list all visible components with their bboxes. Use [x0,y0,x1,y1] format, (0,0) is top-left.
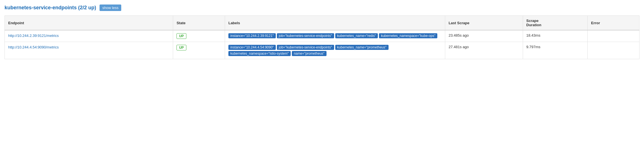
col-header-labels: Labels [225,16,445,30]
state-badge: UP [177,33,186,39]
page-title: kubernetes-service-endpoints (2/2 up) [5,5,96,11]
endpoint-link[interactable]: http://10.244.4.54:9090/metrics [8,45,59,49]
label-tag: instance="10.244.4.54:9090" [228,45,276,50]
state-cell: UP [173,42,225,59]
labels-container: instance="10.244.2.39:9121"job="kubernet… [228,33,442,38]
label-tag: kubernetes_namespace="istio-system" [228,51,291,56]
endpoint-link[interactable]: http://10.244.2.39:9121/metrics [8,34,59,38]
page-header: kubernetes-service-endpoints (2/2 up) sh… [5,5,639,11]
col-header-error: Error [588,16,639,30]
labels-cell: instance="10.244.2.39:9121"job="kubernet… [225,30,445,42]
label-tag: instance="10.244.2.39:9121" [228,33,276,38]
table-row: http://10.244.4.54:9090/metricsUPinstanc… [5,42,639,59]
labels-container: instance="10.244.4.54:9090"job="kubernet… [228,45,442,56]
label-tag: name="prometheus" [292,51,327,56]
endpoint-cell: http://10.244.4.54:9090/metrics [5,42,173,59]
label-tag: kubernetes_name="redis" [335,33,378,38]
table-row: http://10.244.2.39:9121/metricsUPinstanc… [5,30,639,42]
state-badge: UP [177,45,186,50]
endpoints-table: Endpoint State Labels Last Scrape Scrape… [5,15,639,59]
error-cell [588,30,639,42]
scrape-duration-cell: 9.797ms [523,42,588,59]
scrape-duration-cell: 18.43ms [523,30,588,42]
state-cell: UP [173,30,225,42]
col-header-scrape-duration: ScrapeDuration [523,16,588,30]
show-less-button[interactable]: show less [100,5,121,11]
last-scrape-cell: 23.485s ago [445,30,523,42]
labels-cell: instance="10.244.4.54:9090"job="kubernet… [225,42,445,59]
label-tag: kubernetes_namespace="kube-ops" [379,33,437,38]
label-tag: kubernetes_name="prometheus" [335,45,389,50]
col-header-endpoint: Endpoint [5,16,173,30]
endpoint-cell: http://10.244.2.39:9121/metrics [5,30,173,42]
error-cell [588,42,639,59]
col-header-state: State [173,16,225,30]
label-tag: job="kubernetes-service-endpoints" [277,45,334,50]
label-tag: job="kubernetes-service-endpoints" [277,33,334,38]
col-header-last-scrape: Last Scrape [445,16,523,30]
last-scrape-cell: 27.481s ago [445,42,523,59]
table-header-row: Endpoint State Labels Last Scrape Scrape… [5,16,639,30]
